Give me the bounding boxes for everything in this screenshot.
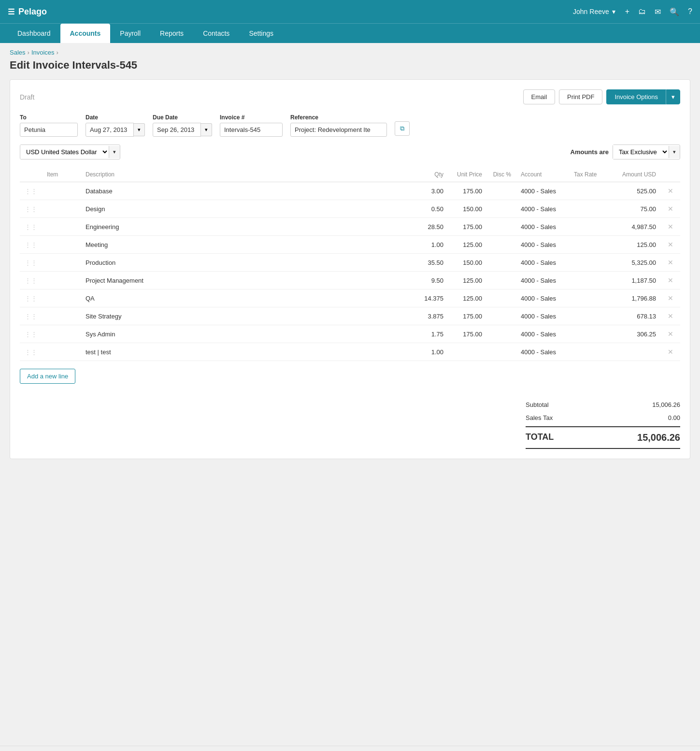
remove-row-button[interactable]: ✕: [666, 347, 675, 357]
description-input[interactable]: [86, 277, 410, 284]
item-input[interactable]: [47, 348, 76, 356]
item-input[interactable]: [47, 295, 76, 302]
drag-handle[interactable]: ⋮⋮: [20, 254, 42, 272]
reference-input[interactable]: [290, 123, 387, 137]
currency-dropdown-icon[interactable]: ▾: [109, 146, 120, 158]
due-date-dropdown-icon[interactable]: ▾: [201, 123, 212, 136]
nav-dashboard[interactable]: Dashboard: [8, 24, 60, 43]
qty-input[interactable]: [419, 295, 443, 302]
qty-input[interactable]: [419, 277, 443, 284]
unit-price-input[interactable]: [453, 348, 482, 356]
drag-handle[interactable]: ⋮⋮: [20, 236, 42, 254]
amounts-are-dropdown-icon[interactable]: ▾: [669, 146, 680, 158]
disc-input[interactable]: [492, 259, 511, 266]
due-date-input[interactable]: [153, 123, 201, 137]
remove-row-button[interactable]: ✕: [666, 293, 675, 303]
tax-rate-input[interactable]: [574, 295, 608, 302]
search-icon[interactable]: 🔍: [670, 7, 679, 16]
currency-select[interactable]: USD United States Dollar: [20, 145, 109, 159]
item-input[interactable]: [47, 277, 76, 284]
qty-input[interactable]: [419, 259, 443, 266]
breadcrumb-invoices[interactable]: Invoices: [31, 49, 55, 56]
description-input[interactable]: [86, 205, 410, 213]
account-input[interactable]: [521, 313, 564, 320]
account-input[interactable]: [521, 188, 564, 195]
disc-input[interactable]: [492, 331, 511, 338]
item-input[interactable]: [47, 241, 76, 248]
qty-input[interactable]: [419, 331, 443, 338]
disc-input[interactable]: [492, 295, 511, 302]
email-button[interactable]: Email: [523, 89, 556, 104]
nav-reports[interactable]: Reports: [150, 24, 193, 43]
drag-handle[interactable]: ⋮⋮: [20, 343, 42, 361]
tax-rate-input[interactable]: [574, 313, 608, 320]
tax-rate-input[interactable]: [574, 223, 608, 231]
account-input[interactable]: [521, 331, 564, 338]
invoice-options-dropdown[interactable]: ▾: [666, 89, 680, 104]
drag-handle[interactable]: ⋮⋮: [20, 200, 42, 218]
disc-input[interactable]: [492, 205, 511, 213]
unit-price-input[interactable]: [453, 295, 482, 302]
description-input[interactable]: [86, 348, 410, 356]
description-input[interactable]: [86, 313, 410, 320]
account-input[interactable]: [521, 277, 564, 284]
folder-icon[interactable]: 🗂: [638, 7, 646, 16]
tax-rate-input[interactable]: [574, 259, 608, 266]
item-input[interactable]: [47, 313, 76, 320]
account-input[interactable]: [521, 205, 564, 213]
nav-settings[interactable]: Settings: [239, 24, 283, 43]
description-input[interactable]: [86, 259, 410, 266]
account-input[interactable]: [521, 348, 564, 356]
drag-handle[interactable]: ⋮⋮: [20, 289, 42, 307]
breadcrumb-sales[interactable]: Sales: [10, 49, 26, 56]
remove-row-button[interactable]: ✕: [666, 311, 675, 321]
unit-price-input[interactable]: [453, 223, 482, 231]
hamburger-icon[interactable]: ☰: [8, 7, 14, 16]
unit-price-input[interactable]: [453, 188, 482, 195]
disc-input[interactable]: [492, 223, 511, 231]
drag-handle[interactable]: ⋮⋮: [20, 307, 42, 325]
qty-input[interactable]: [419, 223, 443, 231]
tax-rate-input[interactable]: [574, 205, 608, 213]
tax-rate-input[interactable]: [574, 188, 608, 195]
description-input[interactable]: [86, 241, 410, 248]
remove-row-button[interactable]: ✕: [666, 204, 675, 214]
remove-row-button[interactable]: ✕: [666, 240, 675, 249]
item-input[interactable]: [47, 188, 76, 195]
unit-price-input[interactable]: [453, 205, 482, 213]
remove-row-button[interactable]: ✕: [666, 329, 675, 339]
remove-row-button[interactable]: ✕: [666, 258, 675, 267]
to-input[interactable]: [20, 123, 78, 137]
item-input[interactable]: [47, 205, 76, 213]
add-line-button[interactable]: Add a new line: [20, 369, 75, 384]
remove-row-button[interactable]: ✕: [666, 275, 675, 285]
drag-handle[interactable]: ⋮⋮: [20, 182, 42, 200]
qty-input[interactable]: [419, 205, 443, 213]
help-icon[interactable]: ?: [688, 7, 692, 16]
remove-row-button[interactable]: ✕: [666, 222, 675, 231]
account-input[interactable]: [521, 295, 564, 302]
add-icon[interactable]: +: [625, 7, 629, 16]
tax-rate-input[interactable]: [574, 241, 608, 248]
tax-rate-input[interactable]: [574, 331, 608, 338]
account-input[interactable]: [521, 223, 564, 231]
item-input[interactable]: [47, 223, 76, 231]
description-input[interactable]: [86, 295, 410, 302]
nav-contacts[interactable]: Contacts: [193, 24, 239, 43]
tax-rate-input[interactable]: [574, 277, 608, 284]
date-dropdown-icon[interactable]: ▾: [134, 123, 145, 136]
item-input[interactable]: [47, 331, 76, 338]
unit-price-input[interactable]: [453, 241, 482, 248]
remove-row-button[interactable]: ✕: [666, 186, 675, 196]
disc-input[interactable]: [492, 313, 511, 320]
unit-price-input[interactable]: [453, 259, 482, 266]
account-input[interactable]: [521, 241, 564, 248]
description-input[interactable]: [86, 188, 410, 195]
invoice-options-button[interactable]: Invoice Options: [606, 89, 666, 104]
drag-handle[interactable]: ⋮⋮: [20, 218, 42, 236]
nav-accounts[interactable]: Accounts: [60, 24, 111, 43]
amounts-are-select[interactable]: Tax Exclusive: [613, 145, 669, 159]
date-input[interactable]: [86, 123, 134, 137]
invoice-num-input[interactable]: [220, 123, 283, 137]
copy-button[interactable]: ⧉: [395, 121, 410, 136]
